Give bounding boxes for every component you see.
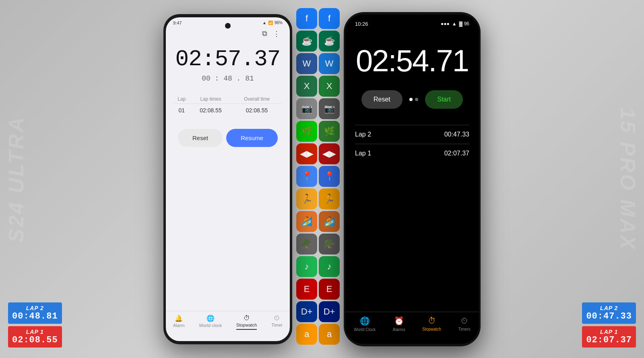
iphone-reset-button[interactable]: Reset — [361, 90, 402, 109]
app-icon-left-13[interactable]: D+ — [296, 301, 317, 322]
app-icon-right-1[interactable]: ☕ — [319, 31, 340, 52]
app-icon-left-6[interactable]: ◀▶ — [296, 143, 317, 164]
app-icon-left-12[interactable]: E — [296, 279, 317, 300]
samsung-nav-stopwatch[interactable]: ⏱ Stopwatch — [236, 315, 257, 330]
iphone-battery-icon: ▓ 96 — [459, 21, 469, 27]
app-icon-left-8[interactable]: 🏃 — [296, 188, 317, 209]
app-icon-right-8[interactable]: 🏃 — [319, 188, 340, 209]
app-icon-left-3[interactable]: X — [296, 76, 317, 97]
lap-label: Lap 1 — [355, 150, 371, 157]
app-icon-left-1[interactable]: ☕ — [296, 31, 317, 52]
app-icon-right-6[interactable]: ◀▶ — [319, 143, 340, 164]
app-icon-row: 🪖🪖 — [296, 234, 340, 255]
app-list-center: ff☕☕WWXX📷📷🌿🌿◀▶◀▶📍📍🏃🏃🏄🏄🪖🪖♪♪EED+D+aa — [296, 8, 340, 345]
app-icon-left-4[interactable]: 📷 — [296, 98, 317, 119]
app-icon-left-11[interactable]: ♪ — [296, 256, 317, 277]
app-icon-right-2[interactable]: W — [319, 53, 340, 74]
iphone-bottom-nav: 🌐 World Clock ⏰ Alarms ⏱ Stopwatch ⏲ Tim… — [345, 312, 479, 336]
app-icon-left-0[interactable]: f — [296, 8, 317, 29]
samsung-nav-alarm[interactable]: 🔔 Alarm — [173, 315, 185, 330]
lap-number: 01 — [174, 103, 190, 117]
iphone-nav-alarms[interactable]: ⏰ Alarms — [393, 316, 405, 332]
app-icon-row: ♪♪ — [296, 256, 340, 277]
app-icon-row: 📍📍 — [296, 166, 340, 187]
app-icon-right-10[interactable]: 🪖 — [319, 234, 340, 255]
samsung-nav-stopwatch-label: Stopwatch — [236, 323, 257, 327]
iphone-nav-alarms-label: Alarms — [393, 327, 405, 332]
wifi-icon: 📶 — [268, 21, 273, 25]
samsung-time: 9:47 — [173, 21, 182, 25]
samsung-resume-button[interactable]: Resume — [226, 129, 278, 147]
iphone-timers-icon: ⏲ — [460, 316, 469, 325]
samsung-lap-time: 00 : 48 . 81 — [174, 74, 282, 83]
more-options-icon[interactable]: ⋮ — [273, 29, 280, 38]
samsung-nav-timer-label: Timer — [271, 323, 283, 327]
iphone-stopwatch-icon: ⏱ — [428, 316, 436, 325]
samsung-reset-button[interactable]: Reset — [178, 129, 223, 147]
iphone-nav-timers-label: Timers — [458, 327, 471, 331]
iphone-laps: Lap 2 00:47.33 Lap 1 02:07.37 — [345, 125, 479, 163]
copy-icon[interactable]: ⧉ — [262, 29, 267, 38]
app-icon-right-5[interactable]: 🌿 — [319, 121, 340, 142]
alarm-icon: 🔔 — [175, 315, 183, 322]
app-icon-row: aa — [296, 324, 340, 345]
iphone-screen: 10:26 ●●● ▲ ▓ 96 02:54.71 Reset Start — [345, 14, 479, 344]
samsung-nav-timer[interactable]: ⏲ Timer — [271, 315, 283, 330]
samsung-bottom-nav: 🔔 Alarm 🌐 World clock ⏱ Stopwatch ⏲ Time… — [166, 311, 290, 333]
app-icon-right-14[interactable]: a — [319, 324, 340, 345]
lap-time-cell: 02:08.55 — [190, 103, 232, 117]
app-icon-right-0[interactable]: f — [319, 8, 340, 29]
app-icon-row: 📷📷 — [296, 98, 340, 119]
samsung-camera-cutout — [225, 23, 231, 29]
worldclock-icon: 🌐 — [206, 315, 215, 322]
app-icon-right-11[interactable]: ♪ — [319, 256, 340, 277]
app-icon-row: ◀▶◀▶ — [296, 143, 340, 164]
app-icon-right-12[interactable]: E — [319, 279, 340, 300]
app-icon-left-10[interactable]: 🪖 — [296, 234, 317, 255]
overall-time-cell: 02:08.55 — [232, 103, 282, 117]
app-icon-left-9[interactable]: 🏄 — [296, 211, 317, 232]
app-icon-left-2[interactable]: W — [296, 53, 317, 74]
iphone-alarm-icon: ⏰ — [394, 316, 404, 326]
app-icon-right-13[interactable]: D+ — [319, 301, 340, 322]
samsung-nav-worldclock-label: World clock — [199, 323, 222, 328]
iphone-nav-worldclock-label: World Clock — [354, 327, 376, 332]
app-icon-left-14[interactable]: a — [296, 324, 317, 345]
samsung-col-lap: Lap — [174, 95, 190, 104]
iphone-signal-icon: ●●● — [441, 21, 450, 27]
samsung-col-laptime: Lap times — [190, 95, 232, 104]
iphone-nav-timers[interactable]: ⏲ Timers — [458, 316, 471, 332]
iphone-nav-stopwatch-label: Stopwatch — [422, 327, 441, 331]
app-icon-right-3[interactable]: X — [319, 76, 340, 97]
app-icon-left-5[interactable]: 🌿 — [296, 121, 317, 142]
iphone-lap-row: Lap 1 02:07.37 — [355, 144, 469, 163]
samsung-main-time: 02:57.37 — [174, 46, 282, 72]
app-icon-right-9[interactable]: 🏄 — [319, 211, 340, 232]
iphone-controls: Reset Start — [345, 90, 479, 109]
samsung-content: ⧉ ⋮ 02:57.37 00 : 48 . 81 Lap Lap times … — [166, 25, 290, 147]
samsung-status-icons: ▲ 📶 96% — [262, 21, 283, 25]
samsung-nav-worldclock[interactable]: 🌐 World clock — [199, 315, 222, 330]
iphone-device: 10:26 ●●● ▲ ▓ 96 02:54.71 Reset Start — [344, 12, 481, 346]
app-icon-row: 🏃🏃 — [296, 188, 340, 209]
page-dots — [409, 98, 418, 101]
samsung-device: 9:47 ▲ 📶 96% ⧉ ⋮ 02:57.37 00 : 48 . 81 — [163, 14, 292, 344]
samsung-col-overall: Overall time — [232, 95, 282, 104]
iphone-start-button[interactable]: Start — [425, 90, 463, 109]
iphone-nav-worldclock[interactable]: 🌐 World Clock — [354, 316, 376, 332]
iphone-status-icons: ●●● ▲ ▓ 96 — [441, 21, 469, 27]
samsung-toolbar: ⧉ ⋮ — [174, 29, 282, 38]
dot-2 — [415, 98, 418, 101]
signal-icon: ▲ — [262, 21, 266, 25]
dynamic-island — [392, 20, 432, 32]
app-icon-row: 🏄🏄 — [296, 211, 340, 232]
app-icon-left-7[interactable]: 📍 — [296, 166, 317, 187]
samsung-screen: 9:47 ▲ 📶 96% ⧉ ⋮ 02:57.37 00 : 48 . 81 — [166, 17, 290, 341]
app-icon-right-7[interactable]: 📍 — [319, 166, 340, 187]
app-icon-right-4[interactable]: 📷 — [319, 98, 340, 119]
iphone-nav-stopwatch[interactable]: ⏱ Stopwatch — [422, 316, 441, 332]
main-layout: 9:47 ▲ 📶 96% ⧉ ⋮ 02:57.37 00 : 48 . 81 — [0, 0, 644, 358]
lap-time-display: 02:07.37 — [444, 150, 469, 157]
app-icon-row: ☕☕ — [296, 31, 340, 52]
iphone-lap-row: Lap 2 00:47.33 — [355, 125, 469, 144]
